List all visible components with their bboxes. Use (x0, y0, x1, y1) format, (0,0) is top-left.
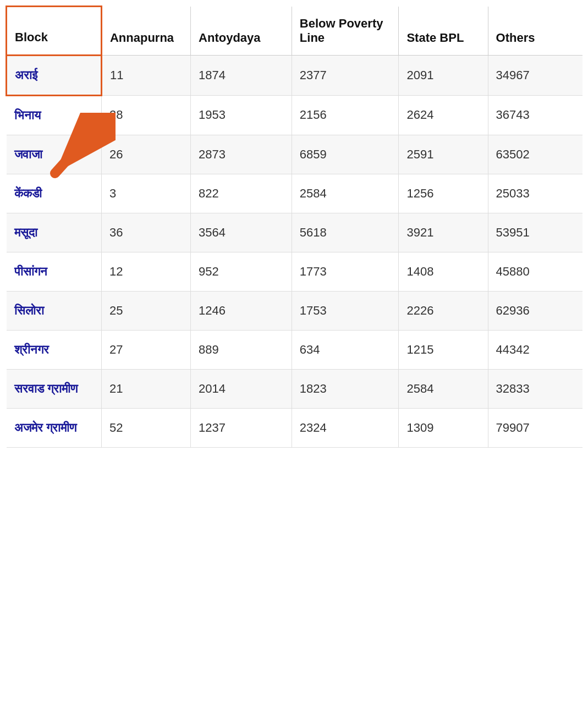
table-row[interactable]: सिलोरा2512461753222662936 (7, 291, 583, 330)
table-row[interactable]: पीसांगन129521773140845880 (7, 252, 583, 291)
cell-others: 36743 (488, 95, 582, 135)
cell-antoydaya: 1874 (191, 55, 292, 95)
cell-antoydaya: 952 (191, 252, 292, 291)
cell-state-bpl: 1408 (399, 252, 488, 291)
cell-state-bpl: 2591 (399, 135, 488, 174)
header-block: Block (7, 7, 102, 56)
cell-antoydaya: 3564 (191, 213, 292, 252)
cell-annapurna: 12 (101, 252, 190, 291)
cell-block-name[interactable]: सरवाड ग्रामीण (7, 369, 102, 408)
header-annapurna: Annapurna (101, 7, 190, 56)
data-table-wrapper: Block Annapurna Antoydaya Below Poverty … (6, 6, 582, 448)
header-antoydaya: Antoydaya (191, 7, 292, 56)
cell-bpl: 2156 (292, 95, 399, 135)
cell-state-bpl: 3921 (399, 213, 488, 252)
cell-bpl: 2324 (292, 408, 399, 447)
table-row[interactable]: भिनाय2819532156262436743 (7, 95, 583, 135)
cell-others: 32833 (488, 369, 582, 408)
table-row[interactable]: केंकडी38222584125625033 (7, 174, 583, 213)
cell-bpl: 2584 (292, 174, 399, 213)
cell-others: 25033 (488, 174, 582, 213)
cell-annapurna: 28 (101, 95, 190, 135)
cell-block-name[interactable]: केंकडी (7, 174, 102, 213)
table-header-row: Block Annapurna Antoydaya Below Poverty … (7, 7, 583, 56)
table-row[interactable]: सरवाड ग्रामीण2120141823258432833 (7, 369, 583, 408)
cell-antoydaya: 889 (191, 330, 292, 369)
cell-annapurna: 11 (101, 55, 190, 95)
cell-antoydaya: 1237 (191, 408, 292, 447)
cell-bpl: 2377 (292, 55, 399, 95)
cell-annapurna: 52 (101, 408, 190, 447)
table-row[interactable]: श्रीनगर27889634121544342 (7, 330, 583, 369)
cell-bpl: 634 (292, 330, 399, 369)
cell-annapurna: 26 (101, 135, 190, 174)
table-row[interactable]: जवाजा2628736859259163502 (7, 135, 583, 174)
cell-antoydaya: 822 (191, 174, 292, 213)
table-row[interactable]: अराई1118742377209134967 (7, 55, 583, 95)
cell-block-name[interactable]: जवाजा (7, 135, 102, 174)
cell-antoydaya: 1953 (191, 95, 292, 135)
main-table: Block Annapurna Antoydaya Below Poverty … (6, 6, 582, 448)
cell-antoydaya: 2873 (191, 135, 292, 174)
cell-state-bpl: 2584 (399, 369, 488, 408)
cell-others: 63502 (488, 135, 582, 174)
cell-bpl: 1753 (292, 291, 399, 330)
cell-annapurna: 25 (101, 291, 190, 330)
cell-block-name[interactable]: अजमेर ग्रामीण (7, 408, 102, 447)
cell-bpl: 5618 (292, 213, 399, 252)
cell-annapurna: 36 (101, 213, 190, 252)
cell-annapurna: 3 (101, 174, 190, 213)
cell-bpl: 6859 (292, 135, 399, 174)
cell-bpl: 1823 (292, 369, 399, 408)
cell-antoydaya: 1246 (191, 291, 292, 330)
cell-block-name[interactable]: मसूदा (7, 213, 102, 252)
cell-block-name[interactable]: श्रीनगर (7, 330, 102, 369)
cell-others: 62936 (488, 291, 582, 330)
cell-state-bpl: 1309 (399, 408, 488, 447)
cell-block-name[interactable]: भिनाय (7, 95, 102, 135)
cell-annapurna: 21 (101, 369, 190, 408)
table-row[interactable]: मसूदा3635645618392153951 (7, 213, 583, 252)
cell-others: 44342 (488, 330, 582, 369)
cell-block-name[interactable]: सिलोरा (7, 291, 102, 330)
cell-state-bpl: 2226 (399, 291, 488, 330)
header-others: Others (488, 7, 582, 56)
header-below-poverty-line: Below Poverty Line (292, 7, 399, 56)
cell-others: 45880 (488, 252, 582, 291)
header-state-bpl: State BPL (399, 7, 488, 56)
cell-others: 53951 (488, 213, 582, 252)
cell-antoydaya: 2014 (191, 369, 292, 408)
cell-state-bpl: 2624 (399, 95, 488, 135)
cell-annapurna: 27 (101, 330, 190, 369)
cell-bpl: 1773 (292, 252, 399, 291)
cell-state-bpl: 1215 (399, 330, 488, 369)
table-row[interactable]: अजमेर ग्रामीण5212372324130979907 (7, 408, 583, 447)
cell-block-name[interactable]: अराई (7, 55, 102, 95)
cell-state-bpl: 1256 (399, 174, 488, 213)
cell-block-name[interactable]: पीसांगन (7, 252, 102, 291)
cell-others: 34967 (488, 55, 582, 95)
cell-others: 79907 (488, 408, 582, 447)
cell-state-bpl: 2091 (399, 55, 488, 95)
